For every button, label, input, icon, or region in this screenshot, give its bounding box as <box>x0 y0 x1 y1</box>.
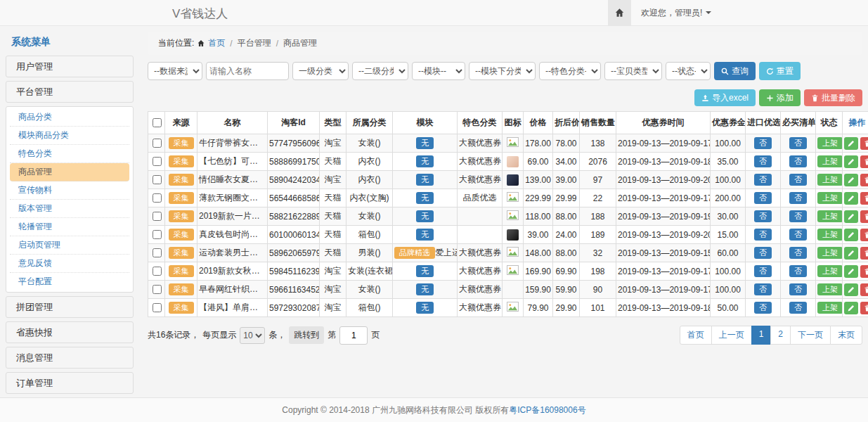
delete-button[interactable] <box>860 210 868 223</box>
pager-last[interactable]: 末页 <box>830 326 862 345</box>
sidebar-item-carousel-management[interactable]: 轮播管理 <box>10 218 129 236</box>
row-checkbox[interactable] <box>153 303 162 312</box>
row-checkbox[interactable] <box>153 267 162 276</box>
imported-toggle[interactable]: 否 <box>754 283 772 296</box>
status-badge[interactable]: 上架 <box>817 302 843 314</box>
import-excel-button[interactable]: 导入excel <box>694 89 756 106</box>
mustbuy-toggle[interactable]: 否 <box>789 210 807 223</box>
imported-toggle[interactable]: 否 <box>754 302 772 314</box>
edit-button[interactable] <box>844 265 858 278</box>
data-source-select[interactable]: --数据来源-- <box>148 62 202 80</box>
row-checkbox[interactable] <box>153 157 162 166</box>
delete-button[interactable] <box>860 137 868 150</box>
pager-next[interactable]: 下一页 <box>790 326 831 345</box>
edit-button[interactable] <box>844 229 858 241</box>
status-badge[interactable]: 上架 <box>817 283 843 296</box>
status-badge[interactable]: 上架 <box>817 192 843 205</box>
sidebar-group-platform[interactable]: 平台管理 <box>6 81 134 103</box>
jump-page-input[interactable] <box>339 326 368 345</box>
sidebar-group-news[interactable]: 省惠快报 <box>6 321 134 343</box>
imported-toggle[interactable]: 否 <box>754 137 772 150</box>
pager-page-1[interactable]: 1 <box>751 326 772 345</box>
imported-toggle[interactable]: 否 <box>754 210 772 223</box>
status-badge[interactable]: 上架 <box>817 229 843 241</box>
module-subcategory-select[interactable]: --模块下分类-- <box>469 62 536 80</box>
status-badge[interactable]: 上架 <box>817 174 843 186</box>
row-checkbox[interactable] <box>153 212 162 221</box>
edit-button[interactable] <box>844 174 858 186</box>
row-checkbox[interactable] <box>153 230 162 239</box>
reset-button[interactable]: 重置 <box>759 62 801 80</box>
imported-toggle[interactable]: 否 <box>754 229 772 241</box>
sidebar-group-messages[interactable]: 消息管理 <box>6 347 134 369</box>
mustbuy-toggle[interactable]: 否 <box>789 265 807 278</box>
sidebar-item-platform-config[interactable]: 平台配置 <box>10 273 129 290</box>
category1-select[interactable]: 一级分类 <box>292 62 349 80</box>
name-search-input[interactable] <box>206 62 289 80</box>
sidebar-item-module-goods-category[interactable]: 模块商品分类 <box>10 127 129 145</box>
sidebar-item-goods-category[interactable]: 商品分类 <box>10 108 129 127</box>
search-button[interactable]: 查询 <box>714 62 756 80</box>
mustbuy-toggle[interactable]: 否 <box>789 155 807 168</box>
delete-button[interactable] <box>860 283 868 296</box>
batch-delete-button[interactable]: 批量删除 <box>804 89 862 106</box>
row-checkbox[interactable] <box>153 175 162 184</box>
row-checkbox[interactable] <box>153 139 162 148</box>
delete-button[interactable] <box>860 302 868 314</box>
feature-category-select[interactable]: --特色分类-- <box>539 62 601 80</box>
jump-button[interactable]: 跳转到 <box>289 326 324 344</box>
mustbuy-toggle[interactable]: 否 <box>789 229 807 241</box>
pager-prev[interactable]: 上一页 <box>711 326 752 345</box>
item-type-select[interactable]: --宝贝类型-- <box>604 62 662 80</box>
mustbuy-toggle[interactable]: 否 <box>789 283 807 296</box>
breadcrumb-home-link[interactable]: 首页 <box>208 37 225 49</box>
edit-button[interactable] <box>844 283 858 296</box>
sidebar-item-promo-materials[interactable]: 宣传物料 <box>10 181 129 200</box>
imported-toggle[interactable]: 否 <box>754 192 772 205</box>
delete-button[interactable] <box>860 265 868 278</box>
mustbuy-toggle[interactable]: 否 <box>789 247 807 260</box>
delete-button[interactable] <box>860 155 868 168</box>
status-badge[interactable]: 上架 <box>817 265 843 278</box>
status-badge[interactable]: 上架 <box>817 155 843 168</box>
imported-toggle[interactable]: 否 <box>754 155 772 168</box>
delete-button[interactable] <box>860 229 868 241</box>
sidebar-item-feedback[interactable]: 意见反馈 <box>10 255 129 273</box>
edit-button[interactable] <box>844 247 858 260</box>
row-checkbox[interactable] <box>153 193 162 203</box>
sidebar-item-goods-management[interactable]: 商品管理 <box>10 163 129 181</box>
row-checkbox[interactable] <box>153 285 162 294</box>
user-menu[interactable]: 欢迎您，管理员! <box>631 0 721 25</box>
select-all-checkbox[interactable] <box>153 118 162 127</box>
sidebar-group-groupbuy[interactable]: 拼团管理 <box>6 296 134 318</box>
edit-button[interactable] <box>844 155 858 168</box>
edit-button[interactable] <box>844 137 858 150</box>
home-button[interactable] <box>608 0 631 25</box>
status-badge[interactable]: 上架 <box>817 247 843 260</box>
mustbuy-toggle[interactable]: 否 <box>789 174 807 186</box>
module-select[interactable]: --模块-- <box>412 62 465 80</box>
row-checkbox[interactable] <box>153 248 162 257</box>
imported-toggle[interactable]: 否 <box>754 174 772 186</box>
sidebar-item-splash-management[interactable]: 启动页管理 <box>10 236 129 255</box>
sidebar-item-feature-category[interactable]: 特色分类 <box>10 145 129 163</box>
add-button[interactable]: 添加 <box>759 89 801 106</box>
delete-button[interactable] <box>860 247 868 260</box>
edit-button[interactable] <box>844 210 858 223</box>
sidebar-group-users[interactable]: 用户管理 <box>6 56 134 77</box>
imported-toggle[interactable]: 否 <box>754 265 772 278</box>
status-badge[interactable]: 上架 <box>817 210 843 223</box>
status-badge[interactable]: 上架 <box>817 137 843 150</box>
icp-link[interactable]: 粤ICP备16098006号 <box>509 405 585 415</box>
pager-page-2[interactable]: 2 <box>770 326 791 345</box>
mustbuy-toggle[interactable]: 否 <box>789 192 807 205</box>
delete-button[interactable] <box>860 192 868 205</box>
sidebar-group-orders[interactable]: 订单管理 <box>6 372 134 394</box>
sidebar-item-version-management[interactable]: 版本管理 <box>10 200 129 218</box>
edit-button[interactable] <box>844 302 858 314</box>
mustbuy-toggle[interactable]: 否 <box>789 137 807 150</box>
status-select[interactable]: --状态-- <box>666 62 711 80</box>
per-page-select[interactable]: 10 <box>240 327 265 344</box>
mustbuy-toggle[interactable]: 否 <box>789 302 807 314</box>
pager-first[interactable]: 首页 <box>680 326 712 345</box>
